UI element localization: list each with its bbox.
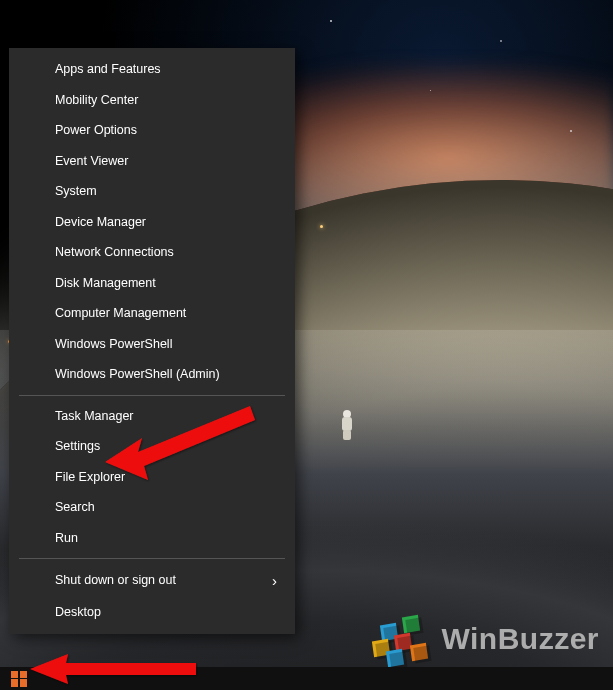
menu-item-label: Desktop (55, 606, 101, 619)
menu-item-label: Network Connections (55, 246, 174, 259)
menu-item-label: Shut down or sign out (55, 574, 176, 587)
menu-item-desktop[interactable]: Desktop (9, 597, 295, 628)
menu-item-power-options[interactable]: Power Options (9, 115, 295, 146)
chevron-right-icon: › (272, 573, 277, 588)
menu-item-label: Computer Management (55, 307, 186, 320)
menu-item-settings[interactable]: Settings (9, 431, 295, 462)
menu-item-label: Event Viewer (55, 155, 128, 168)
start-button[interactable] (0, 667, 38, 690)
menu-item-device-manager[interactable]: Device Manager (9, 207, 295, 238)
menu-item-label: Apps and Features (55, 63, 161, 76)
astronaut-figure (340, 410, 354, 440)
menu-item-task-manager[interactable]: Task Manager (9, 401, 295, 432)
menu-item-computer-management[interactable]: Computer Management (9, 298, 295, 329)
menu-item-label: Windows PowerShell (55, 338, 172, 351)
menu-item-windows-powershell[interactable]: Windows PowerShell (9, 329, 295, 360)
menu-item-label: Task Manager (55, 410, 134, 423)
menu-item-system[interactable]: System (9, 176, 295, 207)
menu-item-label: Mobility Center (55, 94, 138, 107)
menu-item-label: System (55, 185, 97, 198)
windows-logo-icon (11, 671, 27, 687)
menu-item-label: Search (55, 501, 95, 514)
menu-item-label: Device Manager (55, 216, 146, 229)
menu-item-apps-and-features[interactable]: Apps and Features (9, 54, 295, 85)
menu-item-disk-management[interactable]: Disk Management (9, 268, 295, 299)
power-user-menu: Apps and Features Mobility Center Power … (9, 48, 295, 634)
menu-item-label: Disk Management (55, 277, 156, 290)
menu-item-run[interactable]: Run (9, 523, 295, 554)
menu-item-mobility-center[interactable]: Mobility Center (9, 85, 295, 116)
watermark-text: WinBuzzer (441, 622, 599, 656)
menu-item-label: Power Options (55, 124, 137, 137)
menu-item-label: Settings (55, 440, 100, 453)
menu-item-network-connections[interactable]: Network Connections (9, 237, 295, 268)
menu-item-event-viewer[interactable]: Event Viewer (9, 146, 295, 177)
winbuzzer-watermark: WinBuzzer (373, 616, 599, 662)
menu-item-search[interactable]: Search (9, 492, 295, 523)
menu-separator (19, 395, 285, 396)
menu-item-shut-down-or-sign-out[interactable]: Shut down or sign out › (9, 564, 295, 597)
menu-item-label: Run (55, 532, 78, 545)
taskbar (0, 667, 613, 690)
menu-item-windows-powershell-admin[interactable]: Windows PowerShell (Admin) (9, 359, 295, 390)
menu-item-label: Windows PowerShell (Admin) (55, 368, 220, 381)
menu-separator (19, 558, 285, 559)
winbuzzer-logo-icon (373, 616, 433, 662)
menu-item-label: File Explorer (55, 471, 125, 484)
menu-item-file-explorer[interactable]: File Explorer (9, 462, 295, 493)
